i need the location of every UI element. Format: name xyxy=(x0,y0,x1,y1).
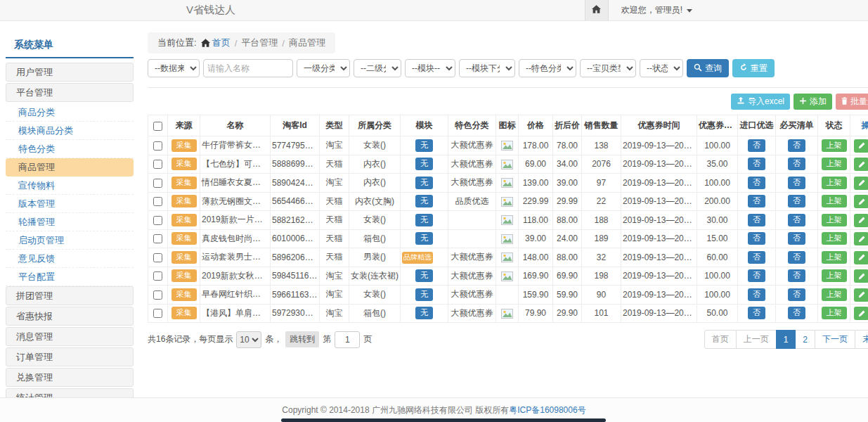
import-select-toggle[interactable]: 否 xyxy=(748,269,765,282)
must-buy-toggle[interactable]: 否 xyxy=(788,232,805,245)
status-badge[interactable]: 上架 xyxy=(822,307,847,319)
sidebar-group-item[interactable]: 统计管理 xyxy=(6,388,134,397)
page-button[interactable]: 2 xyxy=(795,330,815,349)
filter-select[interactable]: --模块下分类-- xyxy=(459,59,515,77)
row-checkbox[interactable] xyxy=(153,253,162,262)
import-select-toggle[interactable]: 否 xyxy=(748,195,765,207)
sidebar-group-item[interactable]: 订单管理 xyxy=(6,347,134,366)
must-buy-toggle[interactable]: 否 xyxy=(788,269,805,282)
page-button[interactable]: 末页 xyxy=(855,330,868,349)
must-buy-toggle[interactable]: 否 xyxy=(788,288,805,301)
import-select-toggle[interactable]: 否 xyxy=(748,251,765,264)
import-excel-button[interactable]: 导入excel xyxy=(731,94,790,110)
import-select-toggle[interactable]: 否 xyxy=(748,232,765,245)
filter-select[interactable]: --模块-- xyxy=(405,59,455,77)
name-search-input[interactable] xyxy=(203,59,293,77)
row-checkbox[interactable] xyxy=(153,290,162,300)
jump-page-input[interactable] xyxy=(335,331,360,348)
page-button[interactable]: 上一页 xyxy=(736,330,777,349)
import-select-toggle[interactable]: 否 xyxy=(748,288,765,301)
sidebar-group-item[interactable]: 消息管理 xyxy=(6,327,134,346)
per-page-select[interactable]: 10 xyxy=(236,331,261,348)
page-button[interactable]: 下一页 xyxy=(815,330,855,349)
sidebar-sub-item[interactable]: 轮播管理 xyxy=(6,213,134,231)
sidebar-sub-item[interactable]: 模块商品分类 xyxy=(6,122,134,140)
filter-select[interactable]: --状态-- xyxy=(640,59,683,77)
row-checkbox[interactable] xyxy=(153,216,162,225)
import-select-toggle[interactable]: 否 xyxy=(748,139,765,152)
status-badge[interactable]: 上架 xyxy=(822,269,847,282)
edit-button[interactable] xyxy=(854,158,868,171)
status-badge[interactable]: 上架 xyxy=(822,232,847,245)
home-button[interactable] xyxy=(585,0,609,20)
must-buy-toggle[interactable]: 否 xyxy=(788,158,805,170)
edit-button[interactable] xyxy=(854,288,868,302)
status-badge[interactable]: 上架 xyxy=(822,251,847,264)
edit-button[interactable] xyxy=(854,307,868,320)
breadcrumb-home-link[interactable]: 首页 xyxy=(201,37,231,49)
status-badge[interactable]: 上架 xyxy=(822,177,847,189)
sidebar-group-item[interactable]: 拼团管理 xyxy=(6,286,134,305)
row-checkbox[interactable] xyxy=(153,179,162,188)
sidebar-sub-item[interactable]: 商品管理 xyxy=(6,158,134,177)
import-select-toggle[interactable]: 否 xyxy=(748,177,765,189)
edit-button[interactable] xyxy=(854,232,868,245)
must-buy-toggle[interactable]: 否 xyxy=(788,307,805,319)
icp-link[interactable]: 粤ICP备16098006号 xyxy=(509,404,585,416)
edit-button[interactable] xyxy=(854,139,868,153)
module-badge[interactable]: 无 xyxy=(415,232,433,245)
user-menu[interactable]: 欢迎您，管理员! xyxy=(609,4,868,16)
must-buy-toggle[interactable]: 否 xyxy=(788,251,805,264)
module-badge[interactable]: 无 xyxy=(415,195,433,207)
module-badge[interactable]: 无 xyxy=(415,307,433,319)
module-badge[interactable]: 无 xyxy=(415,214,433,226)
status-badge[interactable]: 上架 xyxy=(822,195,847,207)
page-button[interactable]: 首页 xyxy=(704,330,737,349)
page-button[interactable]: 1 xyxy=(776,330,796,349)
module-badge[interactable]: 无 xyxy=(415,177,433,189)
data-source-select[interactable]: --数据来源-- xyxy=(148,59,200,77)
reset-button[interactable]: 重置 xyxy=(732,59,775,77)
query-button[interactable]: 查询 xyxy=(687,59,729,77)
sidebar-group-item[interactable]: 省惠快报 xyxy=(6,307,134,326)
status-badge[interactable]: 上架 xyxy=(822,214,847,226)
import-select-toggle[interactable]: 否 xyxy=(748,214,765,226)
status-badge[interactable]: 上架 xyxy=(822,158,847,170)
row-checkbox[interactable] xyxy=(153,309,162,318)
edit-button[interactable] xyxy=(854,251,868,264)
edit-button[interactable] xyxy=(854,269,868,283)
must-buy-toggle[interactable]: 否 xyxy=(788,139,805,152)
module-badge[interactable]: 无 xyxy=(415,139,433,152)
filter-select[interactable]: 一级分类 xyxy=(297,59,350,77)
sidebar-group-item[interactable]: 兑换管理 xyxy=(6,368,134,387)
sidebar-sub-item[interactable]: 意见反馈 xyxy=(6,250,134,268)
sidebar-group-item[interactable]: 平台管理 xyxy=(6,83,134,102)
status-badge[interactable]: 上架 xyxy=(822,139,847,152)
sidebar-sub-item[interactable]: 启动页管理 xyxy=(6,231,134,250)
row-checkbox[interactable] xyxy=(153,160,162,169)
must-buy-toggle[interactable]: 否 xyxy=(788,177,805,189)
sidebar-sub-item[interactable]: 商品分类 xyxy=(6,103,134,122)
sidebar-sub-item[interactable]: 版本管理 xyxy=(6,195,134,213)
module-badge[interactable]: 无 xyxy=(415,158,433,170)
sidebar-sub-item[interactable]: 宣传物料 xyxy=(6,177,134,195)
row-checkbox[interactable] xyxy=(153,197,162,206)
horizontal-scrollbar-thumb[interactable] xyxy=(281,418,606,422)
add-button[interactable]: 添加 xyxy=(793,94,832,110)
filter-select[interactable]: --特色分类-- xyxy=(519,59,576,77)
sidebar-sub-item[interactable]: 特色分类 xyxy=(6,140,134,158)
row-checkbox[interactable] xyxy=(153,141,162,151)
import-select-toggle[interactable]: 否 xyxy=(748,158,765,170)
row-checkbox[interactable] xyxy=(153,271,162,281)
module-badge[interactable]: 无 xyxy=(415,269,433,282)
import-select-toggle[interactable]: 否 xyxy=(748,307,765,319)
edit-button[interactable] xyxy=(854,195,868,208)
module-badge[interactable]: 无 xyxy=(415,288,433,301)
filter-select[interactable]: --宝贝类型-- xyxy=(580,59,636,77)
must-buy-toggle[interactable]: 否 xyxy=(788,214,805,226)
status-badge[interactable]: 上架 xyxy=(822,288,847,301)
edit-button[interactable] xyxy=(854,214,868,227)
batch-delete-button[interactable]: 批量删除 xyxy=(836,94,868,110)
filter-select[interactable]: --二级分类-- xyxy=(354,59,401,77)
edit-button[interactable] xyxy=(854,177,868,190)
